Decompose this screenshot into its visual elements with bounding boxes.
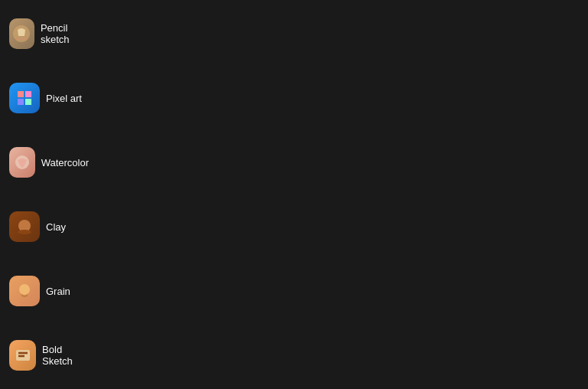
pencil-sketch-icon (9, 18, 34, 49)
pixel-art-label: Pixel art (3, 80, 95, 116)
grain-label: Grain (3, 273, 95, 309)
clay-icon-svg (15, 217, 34, 237)
svg-point-9 (19, 284, 30, 295)
svg-rect-2 (18, 91, 24, 97)
pencil-sketch-label: Pencil sketch (3, 15, 95, 52)
watercolor-row: Watercolor (3, 132, 585, 193)
pencil-sketch-name: Pencil sketch (41, 22, 89, 45)
svg-rect-4 (18, 99, 24, 105)
pixel-icon-svg (15, 88, 34, 108)
svg-point-8 (18, 230, 31, 234)
pencil-sketch-row: Pencil sketch (3, 3, 585, 64)
clay-icon (9, 211, 40, 242)
svg-rect-3 (25, 91, 31, 97)
grain-icon (9, 276, 40, 306)
svg-rect-5 (25, 99, 31, 105)
clay-name: Clay (46, 221, 66, 233)
bold-sketch-row: Bold Sketch (3, 325, 585, 386)
pixel-art-row: Pixel art (3, 67, 585, 129)
pixel-art-icon (9, 83, 40, 113)
watercolor-icon (9, 147, 35, 178)
bold-sketch-icon (9, 340, 36, 371)
bold-sketch-label: Bold Sketch (3, 337, 95, 374)
grain-row: Grain (3, 260, 585, 322)
pixel-art-name: Pixel art (46, 93, 82, 104)
clay-label: Clay (3, 208, 95, 245)
pencil-icon-svg (11, 24, 31, 44)
svg-rect-1 (16, 38, 27, 40)
main-container: Pencil sketch Pix (0, 0, 588, 389)
boldsketch-icon-svg (13, 345, 33, 365)
watercolor-icon-svg (12, 152, 32, 172)
watercolor-label: Watercolor (3, 144, 95, 181)
watercolor-name: Watercolor (41, 157, 89, 168)
grain-name: Grain (46, 286, 70, 297)
bold-sketch-name: Bold Sketch (42, 344, 89, 367)
grain-icon-svg (15, 281, 34, 301)
clay-row: Clay (3, 196, 585, 257)
